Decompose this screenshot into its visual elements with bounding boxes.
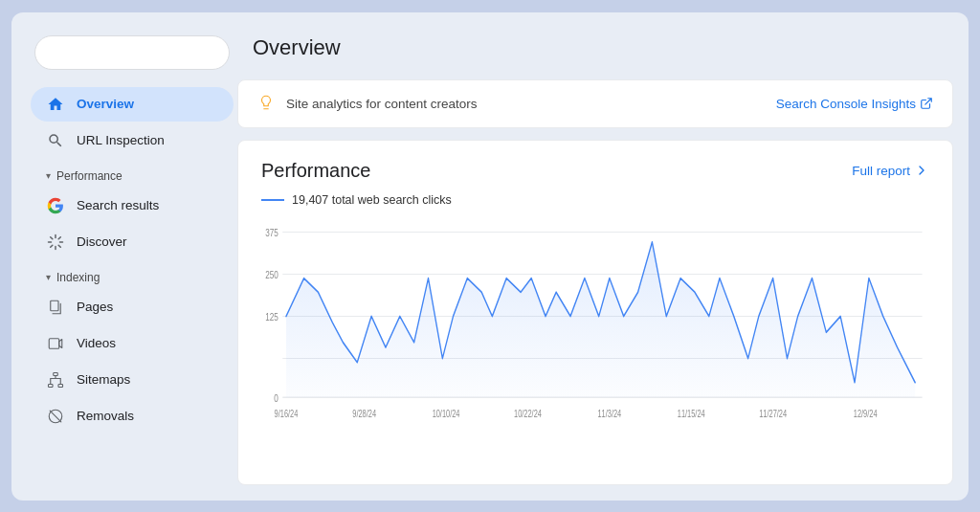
info-banner-text: Site analytics for content creators bbox=[286, 97, 478, 111]
external-link-icon bbox=[920, 97, 933, 110]
sidebar-item-url-inspection-label: URL Inspection bbox=[77, 133, 165, 147]
section-performance-label: Performance bbox=[56, 169, 122, 183]
sidebar-item-discover[interactable]: Discover bbox=[31, 225, 234, 259]
svg-text:250: 250 bbox=[265, 268, 278, 280]
info-banner: Site analytics for content creators Sear… bbox=[237, 79, 953, 128]
sidebar-item-sitemaps[interactable]: Sitemaps bbox=[31, 363, 234, 397]
chevron-right-icon bbox=[914, 163, 929, 178]
performance-title: Performance bbox=[261, 160, 371, 182]
svg-text:375: 375 bbox=[265, 226, 278, 238]
app-frame: Overview URL Inspection ▾ Performance bbox=[11, 12, 969, 501]
videos-icon bbox=[46, 334, 65, 353]
full-report-link[interactable]: Full report bbox=[852, 163, 929, 178]
sidebar-item-removals-label: Removals bbox=[77, 409, 134, 423]
performance-subtitle-text: 19,407 total web search clicks bbox=[292, 193, 452, 207]
svg-text:10/10/24: 10/10/24 bbox=[433, 409, 460, 420]
chevron-icon-2: ▾ bbox=[46, 272, 51, 282]
sidebar-item-overview[interactable]: Overview bbox=[31, 87, 234, 122]
search-input[interactable] bbox=[34, 35, 230, 70]
main-content: Overview Site analytics for content crea… bbox=[237, 28, 953, 485]
section-indexing-label: Indexing bbox=[56, 271, 100, 284]
google-icon bbox=[46, 196, 65, 215]
asterisk-icon bbox=[46, 233, 65, 252]
chart-svg: 375 250 125 0 9/16/24 9/28 bbox=[261, 222, 929, 433]
svg-text:11/15/24: 11/15/24 bbox=[678, 409, 705, 420]
info-banner-left: Site analytics for content creators bbox=[257, 94, 478, 114]
sidebar: Overview URL Inspection ▾ Performance bbox=[27, 28, 237, 485]
chevron-icon: ▾ bbox=[46, 170, 51, 181]
sidebar-item-search-results-label: Search results bbox=[77, 198, 159, 212]
sidebar-item-overview-label: Overview bbox=[77, 97, 134, 111]
performance-subtitle: 19,407 total web search clicks bbox=[261, 193, 929, 207]
search-console-insights-link[interactable]: Search Console Insights bbox=[776, 97, 933, 111]
line-indicator bbox=[261, 199, 284, 201]
sidebar-item-url-inspection[interactable]: URL Inspection bbox=[31, 123, 234, 158]
removals-icon bbox=[46, 407, 65, 426]
sidebar-item-sitemaps-label: Sitemaps bbox=[77, 372, 130, 387]
svg-text:11/3/24: 11/3/24 bbox=[597, 409, 621, 420]
svg-text:10/22/24: 10/22/24 bbox=[514, 409, 542, 420]
svg-text:9/28/24: 9/28/24 bbox=[352, 409, 376, 420]
svg-rect-0 bbox=[51, 301, 58, 311]
pages-icon bbox=[46, 298, 65, 317]
sidebar-item-removals[interactable]: Removals bbox=[31, 399, 234, 434]
sidebar-item-pages[interactable]: Pages bbox=[31, 290, 234, 324]
sidebar-item-search-results[interactable]: Search results bbox=[31, 189, 234, 223]
sidebar-item-pages-label: Pages bbox=[77, 300, 113, 314]
svg-rect-1 bbox=[49, 338, 59, 348]
section-indexing[interactable]: ▾ Indexing bbox=[31, 261, 234, 288]
search-icon bbox=[46, 131, 65, 150]
sidebar-item-videos-label: Videos bbox=[77, 336, 116, 350]
sidebar-item-discover-label: Discover bbox=[77, 234, 127, 249]
svg-text:11/27/24: 11/27/24 bbox=[759, 409, 787, 420]
home-icon bbox=[46, 95, 65, 114]
full-report-label: Full report bbox=[852, 164, 910, 178]
sidebar-item-videos[interactable]: Videos bbox=[31, 326, 234, 361]
section-performance[interactable]: ▾ Performance bbox=[31, 160, 234, 187]
performance-card: Performance Full report 19,407 total web… bbox=[237, 140, 953, 485]
performance-chart: 375 250 125 0 9/16/24 9/28 bbox=[261, 222, 929, 433]
lightbulb-icon bbox=[257, 94, 275, 114]
sitemaps-icon bbox=[46, 370, 65, 390]
page-title: Overview bbox=[237, 28, 953, 68]
search-console-insights-label: Search Console Insights bbox=[776, 97, 916, 111]
svg-text:9/16/24: 9/16/24 bbox=[275, 409, 299, 420]
svg-text:125: 125 bbox=[265, 310, 278, 323]
svg-text:0: 0 bbox=[274, 391, 278, 404]
performance-header: Performance Full report bbox=[261, 160, 929, 182]
svg-text:12/9/24: 12/9/24 bbox=[854, 409, 878, 420]
